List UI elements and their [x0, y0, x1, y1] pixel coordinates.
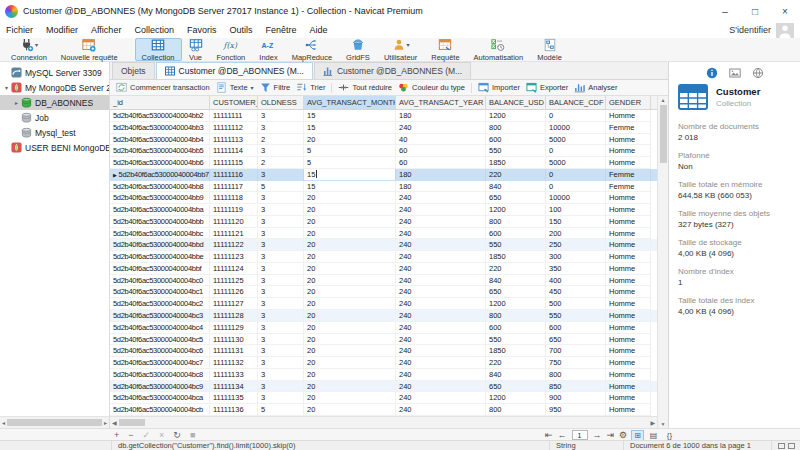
menu-item-aide[interactable]: Aide	[309, 25, 327, 35]
grid-row[interactable]: 5d2b40f6ac53000040004bc61111113132024018…	[110, 345, 657, 357]
grid-cell[interactable]: 240	[396, 345, 486, 357]
grid-row[interactable]: 5d2b40f6ac53000040004bbc1111112132024060…	[110, 228, 657, 240]
grid-cell[interactable]: 3	[258, 275, 304, 287]
grid-cell[interactable]: 10000	[546, 122, 606, 134]
grid-cell[interactable]: 20	[304, 239, 396, 251]
grid-cell[interactable]: 5d2b40f6ac53000040004bc9	[110, 381, 210, 393]
column-header-avg-transact-month[interactable]: AVG_TRANSACT_MONTH	[304, 96, 396, 109]
grid-cell[interactable]: 650	[486, 381, 546, 393]
grid-cell[interactable]: 5d2b40f6ac53000040004bb3	[110, 122, 210, 134]
menu-item-afficher[interactable]: Afficher	[91, 25, 121, 35]
grid-cell[interactable]: 220	[486, 357, 546, 369]
grid-cell[interactable]: 20	[304, 334, 396, 346]
grid-cell[interactable]: 5d2b40f6ac53000040004bcb	[110, 404, 210, 416]
grid-cell[interactable]: 2	[258, 157, 304, 169]
grid-cell[interactable]: 15	[304, 181, 396, 193]
grid-cell[interactable]: 0	[546, 181, 606, 193]
grid-cell[interactable]: Homme	[606, 239, 651, 251]
grid-cell[interactable]: 5000	[546, 134, 606, 146]
grid-row[interactable]: 5d2b40f6ac53000040004bb51111111435605500…	[110, 145, 657, 157]
grid-cell[interactable]: 5d2b40f6ac53000040004bbc	[110, 228, 210, 240]
grid-cell[interactable]: 20	[304, 275, 396, 287]
grid-cell[interactable]: 15	[304, 169, 396, 181]
couleur-du-type-button[interactable]: Couleur du type	[395, 81, 468, 94]
grid-horizontal-scrollbar[interactable]: ◀ ▶	[110, 416, 657, 428]
grid-cell[interactable]: 5d2b40f6ac53000040004bb8	[110, 181, 210, 193]
grid-cell[interactable]: 240	[396, 122, 486, 134]
grid-cell[interactable]: Homme	[606, 357, 651, 369]
grid-cell[interactable]: 240	[396, 322, 486, 334]
grid-cell[interactable]: 5d2b40f6ac53000040004bc8	[110, 369, 210, 381]
grid-cell[interactable]: 11111115	[210, 157, 258, 169]
grid-cell[interactable]: 220	[486, 169, 546, 181]
apply-changes-button[interactable]: ✓	[143, 430, 151, 441]
grid-cell[interactable]: Homme	[606, 334, 651, 346]
grid-cell[interactable]: 11111123	[210, 251, 258, 263]
scrollbar-thumb[interactable]	[660, 105, 667, 163]
grid-cell[interactable]: 11111122	[210, 239, 258, 251]
grid-row[interactable]: 5d2b40f6ac53000040004bc81111113332024084…	[110, 369, 657, 381]
grid-cell[interactable]: 900	[546, 392, 606, 404]
menu-item-favoris[interactable]: Favoris	[187, 25, 217, 35]
grid-cell[interactable]: 550	[486, 239, 546, 251]
grid-cell[interactable]: 3	[258, 334, 304, 346]
grid-cell[interactable]: 11111116	[210, 169, 258, 181]
grid-cell[interactable]: 650	[546, 334, 606, 346]
validate-icon[interactable]	[752, 67, 764, 79]
grid-cell[interactable]: 20	[304, 228, 396, 240]
scrollbar-thumb[interactable]	[7, 419, 102, 426]
toolbar-button-modele[interactable]: Modèle	[530, 38, 569, 61]
grid-cell[interactable]: Homme	[606, 392, 651, 404]
grid-cell[interactable]: 240	[396, 392, 486, 404]
grid-cell[interactable]: 3	[258, 251, 304, 263]
grid-cell[interactable]: 5d2b40f6ac53000040004bc5	[110, 334, 210, 346]
grid-cell[interactable]: Homme	[606, 110, 651, 122]
grid-view-button[interactable]: ⊞	[631, 430, 644, 441]
grid-cell[interactable]: 11111126	[210, 286, 258, 298]
grid-cell[interactable]: 20	[304, 310, 396, 322]
grid-cell[interactable]: 11111128	[210, 310, 258, 322]
tree-item-db-abonnes[interactable]: ▸DB_ABONNES	[0, 95, 109, 110]
grid-cell[interactable]: Homme	[606, 345, 651, 357]
grid-cell[interactable]: 5d2b40f6ac53000040004bbb	[110, 216, 210, 228]
grid-cell[interactable]: 240	[396, 310, 486, 322]
grid-row[interactable]: 5d2b40f6ac53000040004bb31111111231524080…	[110, 122, 657, 134]
commencer-transaction-button[interactable]: Commencer transaction	[113, 81, 213, 94]
grid-cell[interactable]: 20	[304, 216, 396, 228]
grid-cell[interactable]: 20	[304, 204, 396, 216]
grid-cell[interactable]: 11111119	[210, 204, 258, 216]
grid-cell[interactable]: Homme	[606, 216, 651, 228]
toolbar-button-gridfs[interactable]: GridFS	[339, 38, 377, 61]
first-page-button[interactable]: ⇤	[545, 430, 553, 441]
grid-cell[interactable]: 5d2b40f6ac53000040004bbd	[110, 239, 210, 251]
grid-cell[interactable]: 500	[546, 298, 606, 310]
grid-cell[interactable]: 3	[258, 381, 304, 393]
grid-row[interactable]: 5d2b40f6ac53000040004bc21111112732024012…	[110, 298, 657, 310]
grid-cell[interactable]: 3	[258, 392, 304, 404]
grid-cell[interactable]: 5d2b40f6ac53000040004bc7	[110, 357, 210, 369]
grid-cell[interactable]: 20	[304, 263, 396, 275]
page-settings-icon[interactable]: ⚙	[619, 430, 627, 441]
grid-cell[interactable]: 11111112	[210, 122, 258, 134]
grid-row[interactable]: 5d2b40f6ac53000040004bb41111111322040600…	[110, 134, 657, 146]
toolbar-button-requete[interactable]: Requête	[424, 38, 466, 61]
preview-icon[interactable]	[729, 67, 741, 79]
tab-customer-2[interactable]: Customer @DB_ABONNES (M...	[314, 62, 471, 79]
grid-cell[interactable]: 950	[546, 404, 606, 416]
grid-row[interactable]: 5d2b40f6ac53000040004bcb1111113652024080…	[110, 404, 657, 416]
grid-cell[interactable]: 1200	[486, 392, 546, 404]
grid-cell[interactable]: 5	[258, 181, 304, 193]
info-icon[interactable]	[706, 67, 718, 79]
texte-button[interactable]: Texte▾	[213, 81, 257, 94]
grid-cell[interactable]: Homme	[606, 134, 651, 146]
grid-cell[interactable]: 240	[396, 369, 486, 381]
grid-cell[interactable]: 840	[486, 181, 546, 193]
grid-cell[interactable]: 240	[396, 286, 486, 298]
scroll-left-icon[interactable]: ◀	[112, 419, 117, 426]
grid-cell[interactable]: 180	[396, 169, 486, 181]
tree-item-user-beni-mongodb[interactable]: USER BENI MongoDB	[0, 140, 109, 155]
grid-cell[interactable]: 550	[546, 310, 606, 322]
grid-cell[interactable]: 5d2b40f6ac53000040004bc0	[110, 275, 210, 287]
grid-cell[interactable]: 3	[258, 322, 304, 334]
scroll-down-icon[interactable]: ▼	[661, 421, 666, 427]
